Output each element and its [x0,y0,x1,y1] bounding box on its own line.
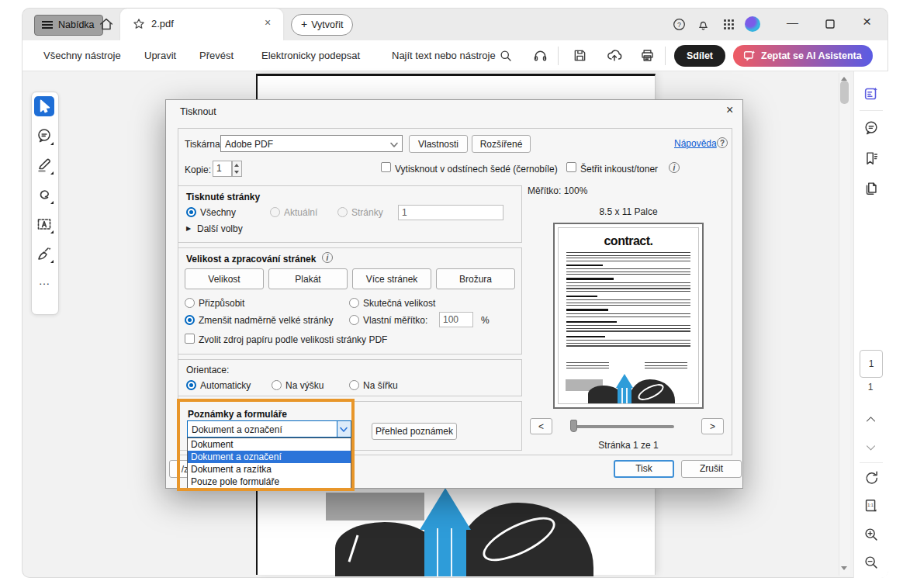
multiple-button[interactable]: Více stránek [352,268,431,289]
ai-assistant-label: Zeptat se AI Asistenta [761,50,862,61]
booklet-button[interactable]: Brožura [436,268,515,289]
size-button[interactable]: Velikost [185,268,264,289]
shrink-radio[interactable] [185,315,195,325]
rotate-icon[interactable] [863,469,880,486]
pages-range-radio[interactable] [337,207,348,217]
headphones-icon[interactable] [532,47,548,64]
preview-pencil-body [618,388,631,403]
dropdown-option-dokument[interactable]: Dokument [188,438,351,451]
scrollbar-thumb[interactable] [840,81,849,104]
more-tools[interactable]: … [34,273,54,293]
pages-section-title: Tisknuté stránky [186,192,260,202]
preview-slider-thumb[interactable] [570,420,577,432]
ai-assistant-panel-icon[interactable] [863,85,880,102]
maximize-icon[interactable] [825,19,836,29]
select-tool[interactable] [34,96,54,116]
stepper-down-icon[interactable] [234,171,239,174]
comments-forms-select[interactable]: Dokument a označení [187,420,351,438]
menu-button[interactable]: Nabídka [34,15,103,36]
draw-tool[interactable] [34,185,54,205]
pages-panel-icon[interactable] [863,180,880,197]
comment-tool[interactable] [34,126,54,146]
stepper-up-icon[interactable] [234,164,239,167]
save-icon[interactable] [572,47,588,64]
star-icon[interactable] [132,17,146,31]
avatar[interactable] [745,16,760,32]
fit-radio[interactable] [185,298,195,308]
search-icon[interactable] [498,48,514,64]
print-icon[interactable] [639,47,656,64]
poster-button[interactable]: Plakát [268,268,348,289]
minimize-icon[interactable]: — [787,15,798,30]
fit-page-icon[interactable]: 1:1 [863,497,880,514]
window-close-icon[interactable]: × [863,13,871,30]
apps-grid-icon[interactable] [721,17,736,32]
printer-select[interactable]: Adobe PDF [220,135,403,152]
cloud-upload-icon[interactable] [606,47,623,64]
pages-range-input[interactable]: 1 [398,205,503,220]
home-icon[interactable] [98,16,115,33]
sign-tool[interactable] [34,244,54,264]
text-select-tool[interactable] [34,214,54,234]
preview-slider[interactable] [572,425,674,428]
toolbar-item-convert[interactable]: Převést [199,40,234,71]
advanced-button[interactable]: Rozšířené [472,135,531,153]
grayscale-checkbox[interactable] [381,162,391,172]
grayscale-label: Vytisknout v odstínech šedé (černobíle) [395,164,558,175]
vertical-scrollbar[interactable] [839,73,850,576]
share-button[interactable]: Sdílet [674,45,725,67]
dropdown-option-pouze-pole-formulare[interactable]: Pouze pole formuláře [188,476,351,488]
custom-scale-input[interactable]: 100 [439,312,473,327]
bell-icon[interactable] [696,17,711,32]
tab-2pdf[interactable]: 2.pdf × [120,9,283,40]
artwork-pencil-tip [420,488,471,530]
zoom-in-icon[interactable] [863,526,880,543]
preview-next-button[interactable]: > [701,418,724,434]
expander-icon[interactable]: ▶ [186,225,191,232]
pages-all-radio[interactable] [186,207,196,217]
help-link[interactable]: Nápověda [674,138,717,149]
orientation-landscape-radio[interactable] [349,380,359,390]
bookmarks-panel-icon[interactable] [863,150,880,167]
toolbar-item-edit[interactable]: Upravit [144,40,176,71]
info-icon[interactable]: i [669,162,680,173]
ai-assistant-button[interactable]: Zeptat se AI Asistenta [733,45,873,67]
copies-stepper[interactable] [232,161,242,177]
create-button[interactable]: +Vytvořit [291,14,353,36]
toolbar-item-esign[interactable]: Elektronicky podepsat [261,40,360,71]
combo-chevron-cell[interactable] [337,421,351,437]
copies-input[interactable]: 1 [213,161,232,177]
orientation-portrait-radio[interactable] [272,380,282,390]
search-label[interactable]: Najít text nebo nástroje [392,40,496,71]
tab-close-icon[interactable]: × [265,16,271,29]
custom-scale-radio[interactable] [349,315,359,325]
more-options-label[interactable]: Další volby [197,223,243,234]
orientation-auto-radio[interactable] [186,380,196,390]
print-button[interactable]: Tisk [614,460,674,478]
save-ink-checkbox[interactable] [566,162,576,172]
size-info-icon[interactable]: i [322,252,333,263]
help-circle-icon[interactable]: ? [717,137,728,148]
chevron-down-icon[interactable] [864,442,877,453]
page-thumbnail[interactable]: 1 [860,350,883,378]
help-icon[interactable]: ? [672,17,687,32]
dropdown-option-dokument-a-oznaceni[interactable]: Dokument a označení [188,451,351,463]
comments-summary-button[interactable]: Přehled poznámek [372,423,457,440]
page-number-label: 1 [860,382,881,393]
preview-prev-button[interactable]: < [530,418,552,434]
highlight-tool[interactable] [34,155,54,175]
properties-button[interactable]: Vlastnosti [409,135,468,153]
paper-source-label: Zvolit zdroj papíru podle velikosti strá… [199,334,387,345]
preview-page-label: Stránka 1 ze 1 [553,440,704,451]
zoom-out-icon[interactable] [863,554,880,571]
toolbar-item-all-tools[interactable]: Všechny nástroje [43,40,121,71]
dropdown-option-dokument-a-razitka[interactable]: Dokument a razítka [188,463,351,476]
paper-source-checkbox[interactable] [185,334,195,344]
cancel-button[interactable]: Zrušit [681,460,742,478]
dialog-close-icon[interactable]: × [726,103,733,117]
chevron-up-icon[interactable] [864,413,877,424]
comments-panel-icon[interactable] [863,119,880,137]
pages-current-radio[interactable] [270,207,280,217]
scroll-down-icon[interactable] [841,566,847,570]
actual-size-radio[interactable] [349,298,359,308]
